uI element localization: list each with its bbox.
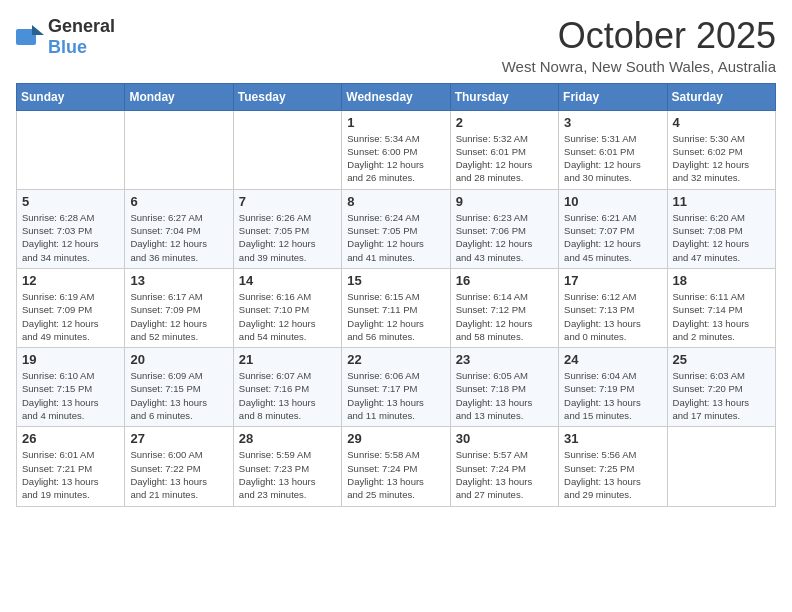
day-number: 20 [130,352,227,367]
calendar-week-row: 19Sunrise: 6:10 AM Sunset: 7:15 PM Dayli… [17,348,776,427]
calendar-week-row: 26Sunrise: 6:01 AM Sunset: 7:21 PM Dayli… [17,427,776,506]
day-number: 17 [564,273,661,288]
day-number: 18 [673,273,770,288]
calendar-cell: 10Sunrise: 6:21 AM Sunset: 7:07 PM Dayli… [559,189,667,268]
calendar-week-row: 5Sunrise: 6:28 AM Sunset: 7:03 PM Daylig… [17,189,776,268]
calendar-cell: 1Sunrise: 5:34 AM Sunset: 6:00 PM Daylig… [342,110,450,189]
day-info: Sunrise: 5:58 AM Sunset: 7:24 PM Dayligh… [347,448,444,501]
day-info: Sunrise: 5:34 AM Sunset: 6:00 PM Dayligh… [347,132,444,185]
weekday-header-sunday: Sunday [17,83,125,110]
location-title: West Nowra, New South Wales, Australia [502,58,776,75]
day-info: Sunrise: 6:12 AM Sunset: 7:13 PM Dayligh… [564,290,661,343]
day-info: Sunrise: 6:15 AM Sunset: 7:11 PM Dayligh… [347,290,444,343]
day-number: 30 [456,431,553,446]
day-info: Sunrise: 6:04 AM Sunset: 7:19 PM Dayligh… [564,369,661,422]
day-number: 6 [130,194,227,209]
day-number: 23 [456,352,553,367]
day-info: Sunrise: 6:06 AM Sunset: 7:17 PM Dayligh… [347,369,444,422]
day-info: Sunrise: 5:32 AM Sunset: 6:01 PM Dayligh… [456,132,553,185]
day-info: Sunrise: 6:00 AM Sunset: 7:22 PM Dayligh… [130,448,227,501]
day-info: Sunrise: 6:14 AM Sunset: 7:12 PM Dayligh… [456,290,553,343]
calendar-cell: 26Sunrise: 6:01 AM Sunset: 7:21 PM Dayli… [17,427,125,506]
weekday-header-wednesday: Wednesday [342,83,450,110]
day-number: 16 [456,273,553,288]
weekday-header-monday: Monday [125,83,233,110]
calendar-cell: 20Sunrise: 6:09 AM Sunset: 7:15 PM Dayli… [125,348,233,427]
day-number: 21 [239,352,336,367]
calendar-cell: 31Sunrise: 5:56 AM Sunset: 7:25 PM Dayli… [559,427,667,506]
calendar-cell [125,110,233,189]
day-number: 27 [130,431,227,446]
logo-icon [16,25,44,49]
day-info: Sunrise: 6:01 AM Sunset: 7:21 PM Dayligh… [22,448,119,501]
calendar-cell: 17Sunrise: 6:12 AM Sunset: 7:13 PM Dayli… [559,268,667,347]
day-info: Sunrise: 6:20 AM Sunset: 7:08 PM Dayligh… [673,211,770,264]
day-info: Sunrise: 5:57 AM Sunset: 7:24 PM Dayligh… [456,448,553,501]
logo-blue-text: Blue [48,37,87,57]
calendar-cell: 28Sunrise: 5:59 AM Sunset: 7:23 PM Dayli… [233,427,341,506]
day-info: Sunrise: 6:23 AM Sunset: 7:06 PM Dayligh… [456,211,553,264]
calendar-cell: 24Sunrise: 6:04 AM Sunset: 7:19 PM Dayli… [559,348,667,427]
day-number: 26 [22,431,119,446]
day-info: Sunrise: 5:31 AM Sunset: 6:01 PM Dayligh… [564,132,661,185]
day-info: Sunrise: 6:26 AM Sunset: 7:05 PM Dayligh… [239,211,336,264]
calendar-table: SundayMondayTuesdayWednesdayThursdayFrid… [16,83,776,507]
calendar-cell: 13Sunrise: 6:17 AM Sunset: 7:09 PM Dayli… [125,268,233,347]
day-number: 2 [456,115,553,130]
day-number: 5 [22,194,119,209]
day-info: Sunrise: 6:19 AM Sunset: 7:09 PM Dayligh… [22,290,119,343]
day-info: Sunrise: 6:11 AM Sunset: 7:14 PM Dayligh… [673,290,770,343]
weekday-header-tuesday: Tuesday [233,83,341,110]
day-number: 8 [347,194,444,209]
day-number: 22 [347,352,444,367]
calendar-cell: 14Sunrise: 6:16 AM Sunset: 7:10 PM Dayli… [233,268,341,347]
calendar-cell: 2Sunrise: 5:32 AM Sunset: 6:01 PM Daylig… [450,110,558,189]
calendar-cell: 29Sunrise: 5:58 AM Sunset: 7:24 PM Dayli… [342,427,450,506]
day-number: 9 [456,194,553,209]
day-info: Sunrise: 6:28 AM Sunset: 7:03 PM Dayligh… [22,211,119,264]
calendar-cell: 3Sunrise: 5:31 AM Sunset: 6:01 PM Daylig… [559,110,667,189]
day-number: 14 [239,273,336,288]
day-number: 1 [347,115,444,130]
day-info: Sunrise: 5:56 AM Sunset: 7:25 PM Dayligh… [564,448,661,501]
calendar-cell: 5Sunrise: 6:28 AM Sunset: 7:03 PM Daylig… [17,189,125,268]
calendar-cell [233,110,341,189]
logo-general-text: General [48,16,115,36]
calendar-header-row: SundayMondayTuesdayWednesdayThursdayFrid… [17,83,776,110]
day-info: Sunrise: 6:16 AM Sunset: 7:10 PM Dayligh… [239,290,336,343]
day-number: 25 [673,352,770,367]
calendar-cell: 6Sunrise: 6:27 AM Sunset: 7:04 PM Daylig… [125,189,233,268]
day-number: 7 [239,194,336,209]
day-number: 31 [564,431,661,446]
calendar-cell: 25Sunrise: 6:03 AM Sunset: 7:20 PM Dayli… [667,348,775,427]
day-number: 24 [564,352,661,367]
day-number: 11 [673,194,770,209]
day-info: Sunrise: 6:03 AM Sunset: 7:20 PM Dayligh… [673,369,770,422]
calendar-week-row: 1Sunrise: 5:34 AM Sunset: 6:00 PM Daylig… [17,110,776,189]
day-info: Sunrise: 6:07 AM Sunset: 7:16 PM Dayligh… [239,369,336,422]
page-header: General Blue October 2025 West Nowra, Ne… [16,16,776,75]
calendar-cell: 30Sunrise: 5:57 AM Sunset: 7:24 PM Dayli… [450,427,558,506]
day-info: Sunrise: 5:59 AM Sunset: 7:23 PM Dayligh… [239,448,336,501]
calendar-week-row: 12Sunrise: 6:19 AM Sunset: 7:09 PM Dayli… [17,268,776,347]
calendar-cell: 15Sunrise: 6:15 AM Sunset: 7:11 PM Dayli… [342,268,450,347]
day-info: Sunrise: 5:30 AM Sunset: 6:02 PM Dayligh… [673,132,770,185]
day-info: Sunrise: 6:10 AM Sunset: 7:15 PM Dayligh… [22,369,119,422]
day-info: Sunrise: 6:27 AM Sunset: 7:04 PM Dayligh… [130,211,227,264]
weekday-header-friday: Friday [559,83,667,110]
day-number: 4 [673,115,770,130]
calendar-cell [667,427,775,506]
title-block: October 2025 West Nowra, New South Wales… [502,16,776,75]
calendar-cell: 27Sunrise: 6:00 AM Sunset: 7:22 PM Dayli… [125,427,233,506]
day-number: 29 [347,431,444,446]
month-title: October 2025 [502,16,776,56]
calendar-cell: 19Sunrise: 6:10 AM Sunset: 7:15 PM Dayli… [17,348,125,427]
day-number: 28 [239,431,336,446]
day-number: 12 [22,273,119,288]
calendar-cell: 8Sunrise: 6:24 AM Sunset: 7:05 PM Daylig… [342,189,450,268]
calendar-cell: 9Sunrise: 6:23 AM Sunset: 7:06 PM Daylig… [450,189,558,268]
calendar-cell: 7Sunrise: 6:26 AM Sunset: 7:05 PM Daylig… [233,189,341,268]
logo: General Blue [16,16,115,58]
calendar-cell: 22Sunrise: 6:06 AM Sunset: 7:17 PM Dayli… [342,348,450,427]
calendar-cell: 11Sunrise: 6:20 AM Sunset: 7:08 PM Dayli… [667,189,775,268]
